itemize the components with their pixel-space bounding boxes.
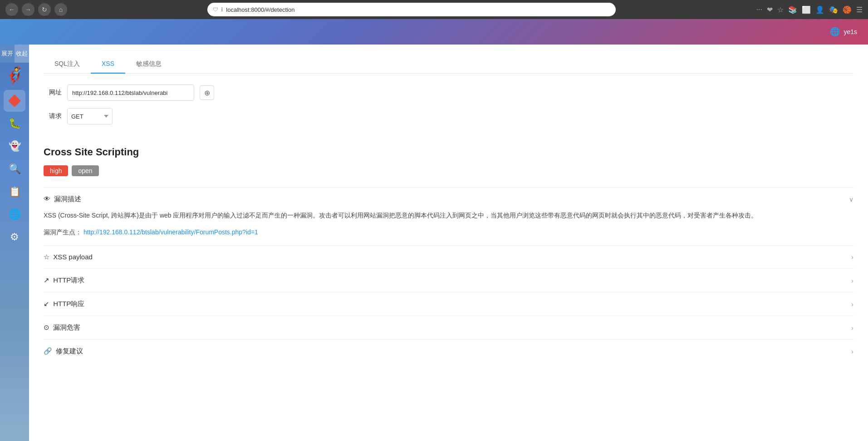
search-doc-icon: 🔍 <box>9 163 21 175</box>
ghost-icon: 👻 <box>9 140 21 152</box>
pocket-icon[interactable]: ❤ <box>767 5 773 14</box>
sidebar: 展开 收起 🦸 🐛 👻 🔍 📋 🌐 <box>0 45 29 441</box>
url-text: localhost:8000/#/detection <box>226 6 294 13</box>
accordion-http-response-header: ↙ HTTP响应 › <box>44 300 853 308</box>
request-select[interactable]: GET POST PUT DELETE <box>67 108 113 124</box>
lock-icon: ℹ <box>221 6 223 13</box>
description-chevron: ∨ <box>849 196 853 203</box>
url-bar[interactable]: 🛡 ℹ localhost:8000/#/detection <box>207 3 616 16</box>
tab-bar: SQL注入 XSS 敏感信息 <box>44 55 853 74</box>
accordion-xss-header: ☆ XSS payload › <box>44 253 853 261</box>
status-badge: open <box>72 165 98 176</box>
bookmark-icon[interactable]: ☆ <box>777 5 784 14</box>
http-response-chevron: › <box>851 301 853 308</box>
shield-icon: 🛡 <box>213 6 218 13</box>
fix-suggestion-label: 🔗 修复建议 <box>44 347 83 356</box>
spiderman-icon: 🦸 <box>5 66 25 85</box>
sidebar-nav: 🐛 👻 🔍 📋 🌐 ⚙ <box>0 88 29 250</box>
accordion-http-request[interactable]: ↗ HTTP请求 › <box>44 268 853 292</box>
collapse-button[interactable]: 展开 <box>0 45 15 63</box>
vuln-source: 漏洞产生点： http://192.168.0.112/btslab/vulne… <box>44 227 853 238</box>
request-label: 请求 <box>44 112 62 120</box>
app-logo: 🦸 <box>5 65 25 85</box>
form-section: 网址 ⊕ 请求 GET POST PUT DELETE <box>44 84 853 124</box>
sidebar-item-settings[interactable]: ⚙ <box>4 226 25 248</box>
sidebar-item-bug[interactable]: 🐛 <box>4 113 25 134</box>
description-label: 👁 漏洞描述 <box>44 195 81 203</box>
accordion-xss-payload[interactable]: ☆ XSS payload › <box>44 245 853 268</box>
accordion-http-request-header: ↗ HTTP请求 › <box>44 276 853 285</box>
settings-icon-button[interactable]: ⊕ <box>200 85 214 100</box>
app-header: 🌐 ye1s <box>0 19 868 45</box>
request-row: 请求 GET POST PUT DELETE <box>44 108 853 124</box>
sidebar-item-ghost[interactable]: 👻 <box>4 135 25 157</box>
gear-icon: ⚙ <box>10 231 19 243</box>
arrow-up-right-icon: ↗ <box>44 276 49 284</box>
badge-row: high open <box>44 165 853 176</box>
result-panel: Cross Site Scripting high open 👁 漏洞描述 ∨ … <box>44 135 853 374</box>
accordion-http-response[interactable]: ↙ HTTP响应 › <box>44 292 853 316</box>
sidebar-item-search[interactable]: 🔍 <box>4 158 25 180</box>
content-area: SQL注入 XSS 敏感信息 网址 ⊕ 请求 GET POS <box>29 45 868 441</box>
accordion-fix-suggestion-header: 🔗 修复建议 › <box>44 347 853 356</box>
star-icon: ☆ <box>44 253 49 261</box>
user-info: 🌐 ye1s <box>830 27 857 37</box>
back-button[interactable]: ← <box>5 3 18 16</box>
vuln-danger-chevron: › <box>851 324 853 332</box>
sidebar-toggle-group: 展开 收起 <box>0 45 29 63</box>
refresh-button[interactable]: ↻ <box>38 3 51 16</box>
sidebar-item-globe[interactable]: 🌐 <box>4 203 25 225</box>
extension-5[interactable]: 🏀 <box>843 5 852 14</box>
document-icon: 📋 <box>9 186 21 198</box>
accordion-fix-suggestion[interactable]: 🔗 修复建议 › <box>44 339 853 363</box>
extension-4[interactable]: 🎭 <box>829 5 838 14</box>
more-button[interactable]: ··· <box>756 5 762 14</box>
xss-payload-chevron: › <box>851 253 853 261</box>
severity-badge: high <box>44 165 68 176</box>
circle-plus-icon: ⊕ <box>204 89 210 97</box>
bug-icon: 🐛 <box>9 118 21 129</box>
url-row: 网址 ⊕ <box>44 84 853 101</box>
browser-chrome: ← → ↻ ⌂ 🛡 ℹ localhost:8000/#/detection ·… <box>0 0 868 19</box>
tab-sql[interactable]: SQL注入 <box>44 55 91 74</box>
tab-xss[interactable]: XSS <box>91 55 125 74</box>
circle-info-icon: ⊙ <box>44 323 49 331</box>
xss-payload-label: ☆ XSS payload <box>44 253 93 261</box>
diamond-icon <box>8 94 21 107</box>
extension-1[interactable]: 📚 <box>788 5 797 14</box>
eye-icon: 👁 <box>44 195 50 203</box>
url-input[interactable] <box>67 84 194 101</box>
globe-check-icon: 🌐 <box>9 208 21 220</box>
accordion-vuln-danger-header: ⊙ 漏洞危害 › <box>44 323 853 332</box>
result-title: Cross Site Scripting <box>44 146 853 158</box>
fix-suggestion-chevron: › <box>851 348 853 355</box>
main-layout: 展开 收起 🦸 🐛 👻 🔍 📋 🌐 <box>0 45 868 441</box>
http-response-label: ↙ HTTP响应 <box>44 300 84 308</box>
accordion-description-content: XSS (Cross-Site Script, 跨站脚本)是由于 web 应用程… <box>44 210 853 238</box>
vuln-danger-label: ⊙ 漏洞危害 <box>44 323 80 332</box>
http-request-label: ↗ HTTP请求 <box>44 276 84 285</box>
extension-3[interactable]: 👤 <box>815 5 824 14</box>
expand-button[interactable]: 收起 <box>15 45 29 63</box>
sidebar-item-doc[interactable]: 📋 <box>4 181 25 203</box>
user-globe-icon: 🌐 <box>830 27 840 37</box>
sidebar-item-diamond[interactable] <box>4 90 25 112</box>
arrow-down-left-icon: ↙ <box>44 300 49 307</box>
url-label: 网址 <box>44 89 62 97</box>
menu-button[interactable]: ☰ <box>856 5 863 14</box>
username: ye1s <box>843 28 857 35</box>
extension-2[interactable]: ⬜ <box>802 5 811 14</box>
http-request-chevron: › <box>851 277 853 284</box>
tab-sensitive[interactable]: 敏感信息 <box>125 55 172 74</box>
accordion-description[interactable]: 👁 漏洞描述 ∨ XSS (Cross-Site Script, 跨站脚本)是由… <box>44 187 853 245</box>
link-icon: 🔗 <box>44 347 52 355</box>
accordion-description-header: 👁 漏洞描述 ∨ <box>44 195 853 203</box>
forward-button[interactable]: → <box>22 3 34 16</box>
accordion-vuln-danger[interactable]: ⊙ 漏洞危害 › <box>44 316 853 339</box>
home-button[interactable]: ⌂ <box>54 3 67 16</box>
browser-controls: ··· ❤ ☆ 📚 ⬜ 👤 🎭 🏀 ☰ <box>756 5 863 14</box>
